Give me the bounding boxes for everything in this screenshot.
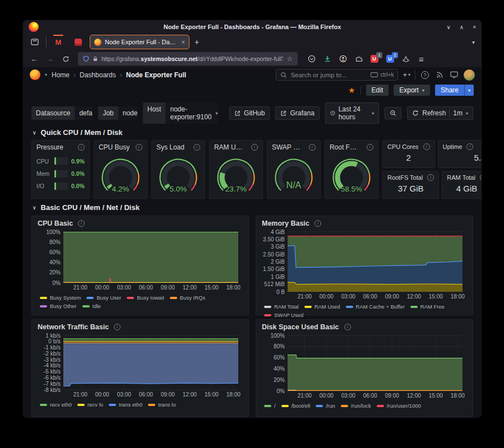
legend-item[interactable]: SWAP Used <box>264 311 303 319</box>
legend-item[interactable]: /run/lock <box>341 402 371 410</box>
legend-item[interactable]: Busy Other <box>40 302 77 310</box>
reload-button[interactable] <box>59 52 72 66</box>
password-manager-extension-icon[interactable]: U 2 <box>385 54 395 64</box>
section-basic-cpu-mem-net-disk[interactable]: ∨ Basic CPU / Mem / Net / Disk <box>33 203 473 212</box>
panel-title[interactable]: Network Traffic Basic <box>38 323 109 331</box>
panel-title[interactable]: Memory Basic <box>262 220 309 227</box>
github-link-button[interactable]: GitHub <box>229 106 270 120</box>
legend-item[interactable]: /boot/efi <box>281 402 311 410</box>
info-icon[interactable]: i <box>78 144 85 151</box>
info-icon[interactable]: i <box>427 174 434 181</box>
new-tab-button[interactable]: + <box>195 38 199 46</box>
panel-title[interactable]: Uptime <box>443 143 463 150</box>
breadcrumb-dashboards[interactable]: Dashboards <box>80 71 116 79</box>
panel-title[interactable]: CPU Basic <box>38 220 73 227</box>
grafana-logo-icon[interactable] <box>30 69 40 80</box>
legend-item[interactable]: Busy Iowait <box>127 294 164 302</box>
panel-title[interactable]: SWAP Used <box>272 143 303 151</box>
list-all-tabs-icon[interactable]: ▾ <box>472 39 475 45</box>
edit-button[interactable]: Edit <box>366 85 389 96</box>
memory-basic-chart[interactable]: 21:0000:0003:0006:0009:0012:0015:0018:00… <box>262 228 467 302</box>
info-icon[interactable]: i <box>466 143 473 150</box>
user-avatar[interactable] <box>464 69 475 81</box>
share-button[interactable]: Share <box>435 85 464 96</box>
legend-item[interactable]: trans lo <box>148 401 175 409</box>
info-icon[interactable]: i <box>344 324 351 330</box>
disk-space-chart[interactable]: 21:0000:0003:0006:0009:0012:0015:0018:00… <box>262 332 467 402</box>
panel-title[interactable]: RootFS Total <box>387 174 423 181</box>
datasource-picker[interactable]: Datasource default▾ <box>31 106 93 120</box>
network-traffic-chart[interactable]: 21:0000:0003:0006:0009:0012:0015:0018:00… <box>38 332 243 400</box>
export-button[interactable]: Export▾ <box>394 85 430 96</box>
info-icon[interactable]: i <box>193 144 200 151</box>
panel-title[interactable]: RAM Used <box>214 143 246 151</box>
info-icon[interactable]: i <box>315 220 321 227</box>
news-rss-icon[interactable] <box>434 70 445 80</box>
info-icon[interactable]: i <box>136 144 142 151</box>
lock-icon[interactable] <box>93 55 98 62</box>
panel-title[interactable]: CPU Busy <box>99 143 130 151</box>
panel-title[interactable]: Disk Space Used Basic <box>262 323 339 331</box>
legend-item[interactable]: Busy User <box>86 294 121 302</box>
favorite-star-icon[interactable]: ★ <box>348 86 355 95</box>
containers-icon[interactable] <box>401 54 410 64</box>
pinned-tab-app[interactable] <box>70 35 86 49</box>
minimize-button[interactable]: ∨ <box>447 24 451 30</box>
section-quick-cpu-mem-disk[interactable]: ∨ Quick CPU / Mem / Disk <box>33 128 473 137</box>
close-button[interactable]: × <box>473 24 476 30</box>
legend-item[interactable]: recv eth0 <box>40 401 72 409</box>
tab-close-icon[interactable]: × <box>182 39 185 45</box>
maximize-button[interactable]: ∧ <box>460 24 464 30</box>
refresh-button[interactable]: Refresh 1m▾ <box>407 106 473 120</box>
help-button[interactable]: ? <box>420 70 430 80</box>
info-icon[interactable]: i <box>309 144 316 151</box>
panel-title[interactable]: Pressure <box>36 143 63 151</box>
legend-item[interactable]: /run <box>316 402 335 410</box>
legend-item[interactable]: / <box>264 402 276 410</box>
forward-button[interactable]: → <box>43 52 57 66</box>
legend-item[interactable]: RAM Free <box>410 303 445 311</box>
menu-icon[interactable]: ≡ <box>417 54 426 64</box>
bookmark-star-icon[interactable]: ☆ <box>286 55 293 63</box>
legend-item[interactable]: Idle <box>82 302 101 310</box>
legend-item[interactable]: /run/user/1000 <box>377 402 421 410</box>
breadcrumb-home[interactable]: Home <box>52 71 70 79</box>
info-icon[interactable]: i <box>78 220 85 227</box>
panel-title[interactable]: Root FS Used <box>330 143 361 151</box>
legend-item[interactable]: trans eth0 <box>109 401 142 409</box>
panel-title[interactable]: CPU Cores <box>387 143 419 150</box>
add-button[interactable]: +▾ <box>403 71 410 79</box>
panel-title[interactable]: Sys Load <box>156 143 184 151</box>
time-range-picker[interactable]: Last 24 hours▾ <box>325 102 379 124</box>
cpu-basic-chart[interactable]: 21:0000:0003:0006:0009:0012:0015:0018:00… <box>38 228 243 293</box>
legend-item[interactable]: Busy IRQs <box>170 294 205 302</box>
host-picker[interactable]: Host node-exporter:9100▾ <box>143 102 218 124</box>
legend-item[interactable]: Busy System <box>40 294 81 302</box>
legend-item[interactable]: RAM Cache + Buffer <box>346 303 405 311</box>
job-picker[interactable]: Job node▾ <box>98 106 137 120</box>
share-dropdown-button[interactable]: ▾ <box>464 85 474 96</box>
pocket-icon[interactable] <box>307 54 316 64</box>
search-input[interactable]: Search or jump to... ctrl+k <box>276 69 398 81</box>
kiosk-monitor-icon[interactable] <box>449 70 459 80</box>
info-icon[interactable]: i <box>423 143 430 150</box>
url-field[interactable]: https://grafana.systemsobscure.net/d/rYd… <box>78 52 298 66</box>
org-switcher-chevron-icon[interactable]: ▾ <box>45 72 47 77</box>
info-icon[interactable]: i <box>367 144 373 151</box>
back-button[interactable]: ← <box>27 52 41 66</box>
active-tab[interactable]: Node Exporter Full - Dashbo × <box>90 35 189 49</box>
info-icon[interactable]: i <box>114 324 121 330</box>
info-icon[interactable]: i <box>251 144 258 151</box>
firefox-view-button[interactable] <box>27 36 42 48</box>
legend-item[interactable]: RAM Used <box>304 303 340 311</box>
extensions-icon[interactable] <box>354 54 363 64</box>
grafana-link-button[interactable]: Grafana <box>275 106 319 120</box>
legend-item[interactable]: recv lo <box>77 401 103 409</box>
zoom-out-button[interactable] <box>385 107 401 119</box>
info-icon[interactable]: i <box>480 174 482 181</box>
download-icon[interactable] <box>322 54 332 64</box>
legend-item[interactable]: RAM Total <box>264 303 299 311</box>
panel-title[interactable]: RAM Total <box>447 174 475 181</box>
account-icon[interactable] <box>338 54 348 64</box>
adblock-extension-icon[interactable]: U 1 <box>369 54 379 64</box>
